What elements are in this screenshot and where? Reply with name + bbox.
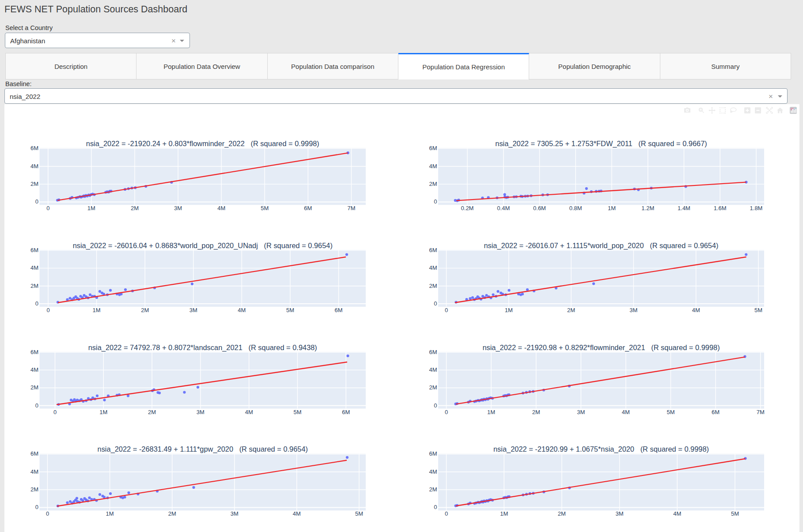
svg-text:1M: 1M [505, 307, 513, 313]
svg-text:3M: 3M [174, 205, 182, 211]
svg-text:nsia_2022 = -21920.99 + 1.0675: nsia_2022 = -21920.99 + 1.0675*nsia_2020… [493, 445, 709, 453]
svg-text:6M: 6M [30, 450, 38, 457]
svg-text:4M: 4M [30, 366, 38, 373]
svg-text:2M: 2M [429, 283, 437, 289]
svg-text:nsia_2022 = -26016.07 + 1.1115: nsia_2022 = -26016.07 + 1.1115*world_pop… [484, 241, 718, 250]
svg-text:2M: 2M [131, 205, 139, 211]
svg-text:1M: 1M [608, 205, 616, 211]
svg-text:0: 0 [46, 510, 49, 517]
svg-text:0.4M: 0.4M [497, 205, 510, 211]
svg-text:5M: 5M [286, 307, 294, 313]
svg-text:1.6M: 1.6M [714, 205, 727, 211]
svg-text:4M: 4M [429, 366, 437, 373]
svg-text:3M: 3M [231, 510, 239, 517]
svg-text:6M: 6M [429, 349, 437, 355]
svg-text:2M: 2M [30, 283, 38, 289]
svg-text:2M: 2M [30, 181, 38, 187]
svg-text:nsia_2022 = -26831.49 + 1.111*: nsia_2022 = -26831.49 + 1.111*gpw_2020 (… [98, 445, 308, 453]
svg-text:4M: 4M [30, 163, 38, 170]
svg-text:0: 0 [35, 198, 38, 205]
svg-text:0: 0 [434, 504, 437, 510]
svg-text:nsia_2022 = 74792.78 + 0.8072*: nsia_2022 = 74792.78 + 0.8072*landscan_2… [88, 343, 317, 352]
svg-text:4M: 4M [293, 510, 301, 517]
svg-text:5M: 5M [731, 510, 739, 517]
svg-text:nsia_2022 = -21920.24 + 0.803*: nsia_2022 = -21920.24 + 0.803*flowminder… [86, 140, 319, 148]
svg-text:1M: 1M [99, 409, 107, 415]
svg-text:4M: 4M [429, 163, 437, 170]
svg-text:6M: 6M [429, 450, 437, 457]
svg-text:0.6M: 0.6M [533, 205, 546, 211]
svg-text:4M: 4M [30, 468, 38, 475]
svg-text:5M: 5M [261, 205, 269, 211]
svg-text:0: 0 [445, 409, 448, 415]
svg-text:1M: 1M [93, 307, 101, 313]
svg-text:5M: 5M [293, 409, 301, 415]
svg-text:2M: 2M [429, 181, 437, 187]
svg-text:5M: 5M [667, 409, 674, 415]
svg-text:0: 0 [434, 300, 437, 307]
svg-text:0: 0 [445, 307, 448, 313]
svg-text:2M: 2M [567, 307, 575, 313]
svg-text:6M: 6M [30, 145, 38, 151]
svg-text:4M: 4M [30, 264, 38, 271]
svg-text:0.2M: 0.2M [461, 205, 474, 211]
svg-text:1.8M: 1.8M [750, 205, 763, 211]
svg-text:2M: 2M [141, 307, 149, 313]
svg-text:5M: 5M [754, 307, 762, 313]
svg-text:0: 0 [445, 510, 448, 517]
svg-text:3M: 3M [629, 307, 637, 313]
svg-text:6M: 6M [30, 349, 38, 355]
svg-text:6M: 6M [712, 409, 720, 415]
svg-text:6M: 6M [429, 247, 437, 253]
svg-text:3M: 3M [197, 409, 205, 415]
svg-text:2M: 2M [558, 510, 566, 517]
svg-text:2M: 2M [30, 384, 38, 391]
svg-text:3M: 3M [577, 409, 585, 415]
svg-text:1M: 1M [106, 510, 114, 517]
svg-text:0: 0 [46, 205, 49, 211]
svg-text:nsia_2022 = -21920.98 + 0.8292: nsia_2022 = -21920.98 + 0.8292*flowminde… [482, 343, 720, 352]
svg-text:nsia_2022 = -26016.04 + 0.8683: nsia_2022 = -26016.04 + 0.8683*world_pop… [73, 241, 333, 250]
svg-text:2M: 2M [532, 409, 540, 415]
svg-text:3M: 3M [616, 510, 624, 517]
svg-text:4M: 4M [238, 307, 246, 313]
svg-text:1M: 1M [487, 409, 495, 415]
svg-text:6M: 6M [342, 409, 350, 415]
svg-text:2M: 2M [429, 384, 437, 391]
svg-text:2M: 2M [429, 486, 437, 493]
svg-text:4M: 4M [429, 264, 437, 271]
svg-text:0: 0 [53, 409, 57, 415]
svg-text:4M: 4M [622, 409, 630, 415]
svg-text:4M: 4M [217, 205, 225, 211]
svg-text:1M: 1M [87, 205, 95, 211]
svg-text:1M: 1M [500, 510, 508, 517]
svg-text:2M: 2M [148, 409, 156, 415]
svg-text:3M: 3M [189, 307, 197, 313]
svg-text:0: 0 [434, 402, 437, 409]
svg-text:5M: 5M [355, 510, 363, 517]
svg-text:6M: 6M [304, 205, 312, 211]
svg-text:0: 0 [35, 300, 38, 307]
svg-text:1.2M: 1.2M [641, 205, 654, 211]
svg-text:0.8M: 0.8M [569, 205, 582, 211]
svg-text:6M: 6M [429, 145, 437, 151]
svg-text:7M: 7M [757, 409, 765, 415]
svg-text:nsia_2022 = 7305.25 + 1.2753*F: nsia_2022 = 7305.25 + 1.2753*FDW_2011 (R… [495, 140, 707, 148]
svg-text:7M: 7M [347, 205, 355, 211]
svg-text:1.4M: 1.4M [678, 205, 690, 211]
svg-text:2M: 2M [168, 510, 176, 517]
svg-text:4M: 4M [692, 307, 700, 313]
svg-text:4M: 4M [429, 468, 437, 475]
svg-text:0: 0 [434, 198, 437, 205]
svg-text:0: 0 [46, 307, 49, 313]
svg-text:4M: 4M [673, 510, 681, 517]
svg-text:2M: 2M [30, 486, 38, 493]
svg-text:0: 0 [35, 504, 38, 510]
svg-text:6M: 6M [335, 307, 343, 313]
svg-text:4M: 4M [245, 409, 253, 415]
svg-text:0: 0 [35, 402, 38, 409]
svg-text:6M: 6M [30, 247, 38, 253]
